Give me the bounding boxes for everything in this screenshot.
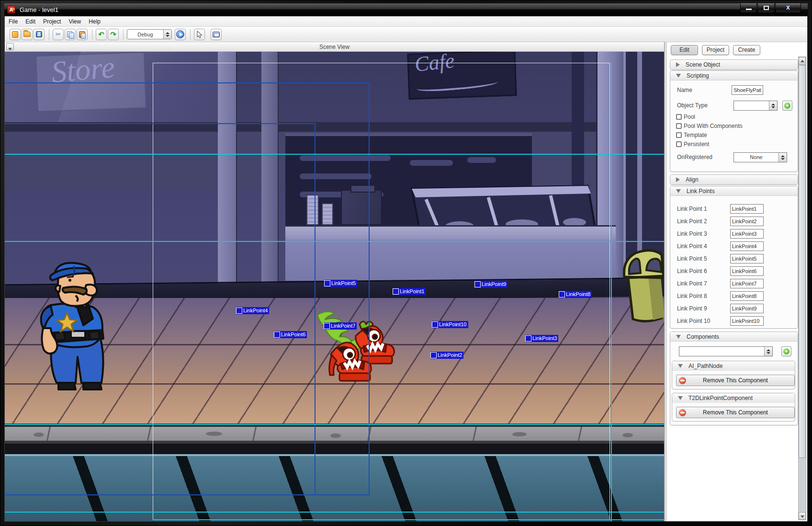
- expanded-arrow-icon: [676, 74, 681, 78]
- link-point-square-icon: [274, 332, 280, 338]
- link-point-square-icon: [430, 352, 437, 358]
- link-point-5-input[interactable]: [730, 254, 764, 263]
- template-checkbox[interactable]: [676, 132, 682, 138]
- panel-scrollbar[interactable]: [798, 57, 806, 520]
- redo-button[interactable]: ↷: [108, 29, 119, 40]
- link-point-3-input[interactable]: [730, 229, 764, 239]
- stepper-icon[interactable]: [764, 347, 772, 356]
- minimize-button[interactable]: [740, 3, 757, 13]
- remove-component-button[interactable]: Remove This Component: [676, 375, 795, 386]
- open-button[interactable]: [22, 29, 33, 40]
- component-ai-pathnode-header[interactable]: AI_PathNode: [672, 361, 795, 371]
- link-point-10-input[interactable]: [730, 316, 764, 326]
- expanded-arrow-icon: [678, 396, 683, 400]
- tab-edit[interactable]: Edit: [671, 45, 698, 55]
- component-t2d-linkpoint-header[interactable]: T2DLinkPointComponent: [672, 393, 795, 403]
- menu-project[interactable]: Project: [39, 17, 65, 26]
- stepper-icon[interactable]: [778, 153, 787, 162]
- name-label: Name: [677, 87, 692, 93]
- title-bar[interactable]: ATX Game - level1 X: [4, 3, 808, 16]
- toolbar-separator: [92, 29, 92, 40]
- link-point-square-icon: [432, 321, 438, 328]
- stepper-icon[interactable]: [769, 101, 777, 110]
- link-point-6-input[interactable]: [730, 266, 764, 276]
- template-label: Template: [684, 132, 707, 138]
- link-point-marker[interactable]: LinkPoint1: [393, 288, 426, 295]
- save-button[interactable]: [34, 29, 45, 40]
- undo-button[interactable]: ↶: [96, 29, 107, 40]
- new-file-icon: [12, 31, 18, 38]
- expanded-arrow-icon: [676, 189, 681, 193]
- scene-view-header: Scene View: [5, 42, 664, 52]
- section-link-points-header[interactable]: Link Points: [670, 186, 798, 196]
- add-object-type-button[interactable]: +: [782, 101, 792, 111]
- toolbar-separator: [49, 29, 49, 40]
- play-button[interactable]: [175, 29, 186, 40]
- new-button[interactable]: [10, 29, 21, 40]
- link-point-marker[interactable]: LinkPoint6: [274, 331, 307, 338]
- scene-canvas[interactable]: Store Cafe: [5, 52, 664, 521]
- persistent-checkbox[interactable]: [676, 141, 682, 147]
- menu-help[interactable]: Help: [85, 17, 104, 26]
- maximize-button[interactable]: [757, 3, 775, 13]
- section-scripting-header[interactable]: Scripting: [670, 71, 798, 80]
- paste-button[interactable]: [77, 29, 88, 40]
- scroll-up-button[interactable]: [799, 57, 806, 65]
- scrollbar-thumb[interactable]: [799, 65, 806, 458]
- menu-edit[interactable]: Edit: [22, 17, 39, 26]
- link-point-marker[interactable]: LinkPoint7: [324, 322, 357, 330]
- link-point-marker[interactable]: LinkPoint5: [324, 280, 357, 287]
- play-icon: [176, 30, 184, 38]
- selection-guide-blue: [5, 82, 370, 83]
- pool-checkbox[interactable]: [676, 114, 682, 120]
- section-components-header[interactable]: Components: [670, 332, 798, 342]
- scene-window-button[interactable]: [211, 29, 222, 40]
- build-mode-select[interactable]: Debug: [127, 29, 172, 39]
- guide-line-cyan: [5, 424, 664, 425]
- section-scene-object[interactable]: Scene Object: [670, 59, 798, 70]
- object-type-label: Object Type: [677, 102, 708, 109]
- add-component-button[interactable]: +: [781, 346, 791, 356]
- link-point-8-input[interactable]: [730, 291, 764, 301]
- pointer-tool-button[interactable]: [194, 29, 205, 40]
- guide-line-cyan: [153, 519, 664, 520]
- link-point-9-input[interactable]: [730, 304, 764, 313]
- selection-guide-blue: [5, 494, 370, 495]
- menu-file[interactable]: File: [5, 17, 22, 26]
- add-icon: +: [783, 348, 789, 354]
- link-point-marker[interactable]: LinkPoint10: [432, 321, 468, 328]
- stepper-icon[interactable]: [163, 30, 171, 39]
- selection-guide-blue: [315, 123, 316, 495]
- link-point-1-input[interactable]: [730, 204, 764, 214]
- name-input[interactable]: [732, 85, 763, 95]
- pool-with-components-checkbox[interactable]: [676, 123, 682, 129]
- link-point-marker[interactable]: LinkPoint4: [236, 307, 269, 314]
- remove-component-button[interactable]: Remove This Component: [676, 407, 795, 418]
- copy-button[interactable]: [65, 29, 76, 40]
- section-align[interactable]: Align: [670, 174, 798, 185]
- cut-button[interactable]: ✂: [53, 29, 64, 40]
- section-link-points: Link Points Link Point 1 Link Point 2 Li…: [670, 186, 798, 329]
- link-point-marker[interactable]: LinkPoint9: [474, 281, 508, 288]
- tab-project[interactable]: Project: [702, 45, 729, 55]
- menu-bar: File Edit Project View Help: [5, 16, 807, 27]
- menu-view[interactable]: View: [65, 17, 85, 26]
- link-point-square-icon: [236, 308, 242, 314]
- scroll-down-button[interactable]: [799, 512, 806, 520]
- policeman-character[interactable]: [30, 261, 116, 393]
- object-type-select[interactable]: [733, 101, 778, 111]
- link-point-marker[interactable]: LinkPoint8: [559, 291, 592, 298]
- link-point-marker[interactable]: LinkPoint3: [525, 335, 558, 342]
- link-point-4-input[interactable]: [730, 241, 764, 251]
- close-button[interactable]: X: [775, 3, 801, 13]
- link-point-7-input[interactable]: [730, 279, 764, 288]
- add-component-select[interactable]: [679, 346, 773, 356]
- link-point-marker[interactable]: LinkPoint2: [430, 352, 463, 359]
- tab-create[interactable]: Create: [733, 45, 760, 55]
- link-point-2-input[interactable]: [730, 217, 764, 226]
- link-point-square-icon: [474, 281, 481, 287]
- cut-icon: ✂: [56, 31, 61, 38]
- scene-header-dropdown[interactable]: [6, 43, 14, 50]
- on-registered-select[interactable]: None: [733, 152, 787, 162]
- component-ai-pathnode: AI_PathNode Remove This Component: [672, 361, 795, 389]
